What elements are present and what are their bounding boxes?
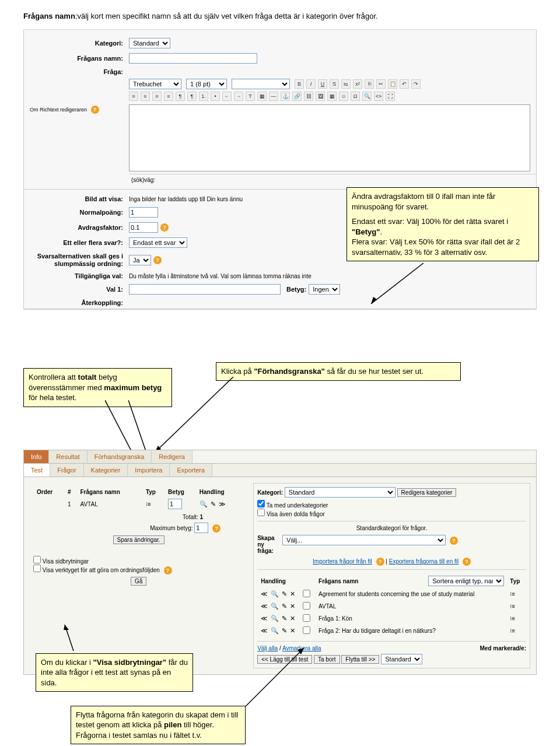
move-to-button[interactable]: Flytta till >> bbox=[341, 655, 379, 664]
preview-icon[interactable]: 🔍 bbox=[271, 603, 279, 610]
select-flera[interactable]: Endast ett svar bbox=[129, 237, 187, 248]
table-icon[interactable]: ▦ bbox=[327, 92, 337, 101]
outdent-icon[interactable]: ← bbox=[222, 92, 232, 101]
input-avdrag[interactable] bbox=[129, 222, 158, 233]
cut-icon[interactable]: ✂ bbox=[376, 79, 386, 89]
anchor-icon[interactable]: ⚓ bbox=[281, 92, 290, 101]
image-icon[interactable]: 🖼 bbox=[316, 92, 325, 101]
cb-visa-sid[interactable]: Visa sidbrytningar bbox=[33, 558, 89, 565]
indent-icon[interactable]: → bbox=[234, 92, 243, 101]
tab-exportera[interactable]: Exportera bbox=[170, 464, 212, 477]
delete-icon[interactable]: ✕ bbox=[290, 615, 296, 622]
help-icon[interactable]: ? bbox=[164, 566, 172, 575]
rtl-icon[interactable]: ¶ bbox=[187, 92, 197, 101]
link-icon[interactable]: 🔗 bbox=[292, 92, 302, 101]
save-button[interactable]: Spara ändringar. bbox=[113, 535, 164, 544]
tab-forhandsgranska[interactable]: Förhandsgranska bbox=[88, 450, 152, 463]
cb-dolda[interactable]: Visa även dolda frågor bbox=[257, 511, 325, 517]
select-style[interactable] bbox=[232, 79, 290, 89]
edit-categories-button[interactable]: Redigera kategorier bbox=[397, 488, 457, 497]
moveright-icon[interactable]: ≫ bbox=[219, 500, 226, 507]
tab-fragor[interactable]: Frågor bbox=[50, 464, 83, 477]
italic-icon[interactable]: I bbox=[306, 79, 316, 89]
delete-icon[interactable]: ✕ bbox=[290, 590, 296, 597]
preview-icon[interactable]: 🔍 bbox=[200, 500, 208, 507]
ltr-icon[interactable]: ¶ bbox=[176, 92, 185, 101]
emoji-icon[interactable]: ☺ bbox=[339, 92, 348, 101]
align-right-icon[interactable]: ≡ bbox=[152, 92, 162, 101]
unlink-icon[interactable]: ⛓ bbox=[304, 92, 313, 101]
row-checkbox[interactable] bbox=[303, 626, 310, 634]
edit-icon[interactable]: ✎ bbox=[211, 500, 216, 507]
preview-icon[interactable]: 🔍 bbox=[271, 615, 279, 622]
export-link[interactable]: Exportera frågorna till en fil bbox=[389, 558, 459, 565]
add-to-test-button[interactable]: << Lägg till till test bbox=[257, 655, 312, 664]
strike-icon[interactable]: S bbox=[330, 79, 339, 89]
char-icon[interactable]: Ω bbox=[351, 92, 360, 101]
underline-icon[interactable]: U bbox=[318, 79, 327, 89]
hr-icon[interactable]: — bbox=[269, 92, 278, 101]
bold-icon[interactable]: B bbox=[295, 79, 304, 89]
moveleft-icon[interactable]: ≪ bbox=[261, 627, 268, 634]
moveleft-icon[interactable]: ≪ bbox=[261, 590, 268, 597]
cb-visa-verk[interactable]: Visa verktyget för att göra om ordningsf… bbox=[33, 567, 160, 573]
help-icon[interactable]: ? bbox=[376, 558, 384, 566]
tab-resultat[interactable]: Resultat bbox=[49, 450, 87, 463]
preview-icon[interactable]: 🔍 bbox=[271, 627, 279, 634]
tab-kategorier[interactable]: Kategorier bbox=[84, 464, 128, 477]
go-button[interactable]: Gå bbox=[131, 577, 146, 586]
delete-icon[interactable]: ✕ bbox=[290, 603, 296, 610]
undo-icon[interactable]: ↶ bbox=[400, 79, 409, 89]
help-icon[interactable]: ? bbox=[160, 223, 169, 232]
select-move[interactable]: Standard bbox=[381, 654, 422, 664]
select-kategori[interactable]: Standard bbox=[129, 38, 170, 48]
row-checkbox[interactable] bbox=[303, 590, 310, 597]
list-num-icon[interactable]: 1. bbox=[199, 92, 208, 101]
select-skapa[interactable]: Välj... bbox=[282, 535, 446, 545]
copy-icon[interactable]: ⎘ bbox=[365, 79, 374, 89]
html-icon[interactable]: <> bbox=[374, 92, 383, 101]
fullscreen-icon[interactable]: ⛶ bbox=[386, 92, 395, 101]
select-slump[interactable]: Ja bbox=[129, 255, 151, 265]
r-select-kategori[interactable]: Standard bbox=[285, 487, 396, 498]
bgcolor-icon[interactable]: ▦ bbox=[257, 92, 267, 101]
select-size[interactable]: 1 (8 pt) bbox=[186, 79, 227, 89]
select-sort[interactable]: Sortera enligt typ, namn bbox=[428, 576, 504, 586]
list-bullet-icon[interactable]: • bbox=[211, 92, 220, 101]
align-center-icon[interactable]: ≡ bbox=[141, 92, 150, 101]
tab-redigera[interactable]: Redigera bbox=[152, 450, 192, 463]
help-icon[interactable]: ? bbox=[91, 106, 99, 114]
textcolor-icon[interactable]: T bbox=[246, 92, 255, 101]
input-val1[interactable] bbox=[129, 284, 281, 295]
delete-icon[interactable]: ✕ bbox=[290, 627, 296, 634]
editor-textarea[interactable] bbox=[129, 104, 530, 171]
moveleft-icon[interactable]: ≪ bbox=[261, 615, 268, 622]
select-font[interactable]: Trebuchet bbox=[129, 79, 181, 89]
sub-icon[interactable]: x₂ bbox=[341, 79, 351, 89]
input-namn[interactable] bbox=[129, 53, 257, 64]
help-icon[interactable]: ? bbox=[212, 524, 220, 533]
tab-importera[interactable]: Importera bbox=[128, 464, 170, 477]
import-link[interactable]: Importera frågor från fil bbox=[313, 558, 372, 565]
preview-icon[interactable]: 🔍 bbox=[271, 590, 279, 597]
paste-icon[interactable]: 📋 bbox=[388, 79, 397, 89]
cb-underkat[interactable]: Ta med underkategorier bbox=[257, 502, 328, 509]
input-normal[interactable] bbox=[129, 207, 158, 218]
tab-test[interactable]: Test bbox=[24, 464, 50, 477]
delete-button[interactable]: Ta bort bbox=[314, 655, 340, 664]
help-icon[interactable]: ? bbox=[450, 537, 458, 545]
sup-icon[interactable]: x² bbox=[353, 79, 362, 89]
input-max[interactable] bbox=[194, 523, 208, 533]
select-all-link[interactable]: Välj alla bbox=[257, 645, 278, 652]
row-checkbox[interactable] bbox=[303, 614, 310, 622]
edit-icon[interactable]: ✎ bbox=[282, 615, 288, 622]
edit-icon[interactable]: ✎ bbox=[282, 627, 288, 634]
help-icon[interactable]: ? bbox=[153, 256, 162, 264]
align-left-icon[interactable]: ≡ bbox=[129, 92, 138, 101]
edit-icon[interactable]: ✎ bbox=[282, 603, 288, 610]
help-icon[interactable]: ? bbox=[463, 558, 471, 566]
moveleft-icon[interactable]: ≪ bbox=[261, 603, 268, 610]
row-checkbox[interactable] bbox=[303, 602, 310, 610]
tab-info[interactable]: Info bbox=[24, 450, 49, 463]
redo-icon[interactable]: ↷ bbox=[411, 79, 421, 89]
